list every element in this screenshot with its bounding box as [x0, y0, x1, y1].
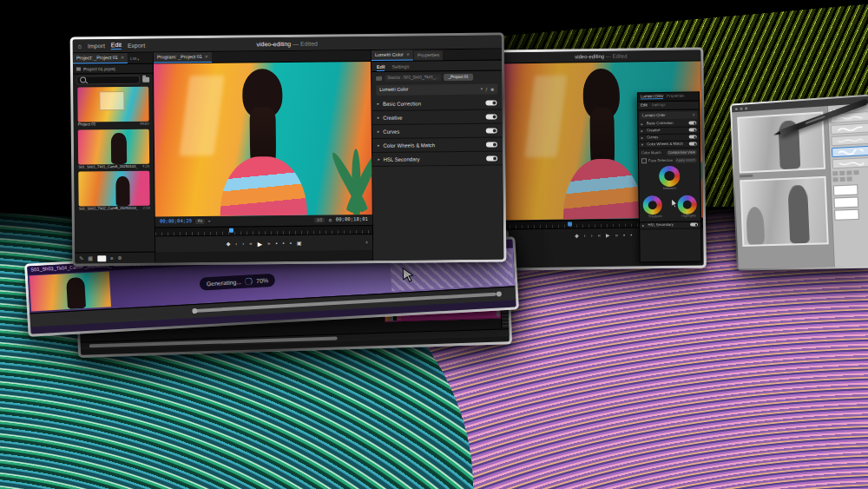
- scrollbar-handle[interactable]: [496, 291, 501, 296]
- subtab-edit[interactable]: Edit: [377, 64, 385, 71]
- extract-button[interactable]: ▪: [290, 241, 292, 246]
- close-icon[interactable]: ✕: [121, 56, 124, 60]
- new-item-icon[interactable]: [97, 255, 106, 261]
- edit-tool-icon[interactable]: ✎: [79, 255, 83, 261]
- tab-properties[interactable]: Properties: [667, 95, 684, 100]
- highlights-wheel[interactable]: [678, 195, 697, 214]
- brush-preset[interactable]: [831, 122, 868, 135]
- tool-dot-icon[interactable]: [740, 107, 742, 109]
- playback-resolution-dropdown[interactable]: 1/2: [314, 217, 325, 223]
- close-icon[interactable]: ✕: [205, 55, 208, 59]
- tool-icon[interactable]: [839, 177, 845, 182]
- tool-dot-icon[interactable]: [745, 107, 747, 109]
- project-item[interactable]: S01_Sh01_Tk01_CamA_20250103_ 4;29: [78, 129, 149, 169]
- tab-properties[interactable]: Properties: [414, 50, 443, 60]
- toggle-on[interactable]: [688, 122, 696, 125]
- face-detection-checkbox[interactable]: [641, 158, 647, 163]
- toggle-on[interactable]: [689, 142, 697, 146]
- export-frame-button[interactable]: ▣: [297, 241, 302, 246]
- section-curves[interactable]: ▸ Curves: [372, 123, 503, 139]
- menu-import[interactable]: Import: [88, 43, 105, 49]
- add-marker-button[interactable]: ◆: [575, 233, 579, 238]
- add-button[interactable]: +: [365, 240, 369, 245]
- toggle-on[interactable]: [689, 135, 697, 139]
- preset-dropdown[interactable]: Lumetri Color ▾: [640, 111, 697, 119]
- section-color-wheels-match[interactable]: ▸ Color Wheels & Match: [372, 137, 503, 153]
- project-item[interactable]: S01_Sh02_Tk02_CamB_20250103_ 2;18: [78, 170, 149, 210]
- tool-dot-icon[interactable]: [735, 108, 738, 110]
- tool-icon[interactable]: [853, 170, 858, 175]
- subtab-settings[interactable]: Settings: [652, 103, 666, 108]
- tool-icon[interactable]: [847, 176, 852, 181]
- step-back-button[interactable]: «: [249, 241, 252, 246]
- new-bin-button-icon[interactable]: ⊕: [117, 255, 122, 261]
- mark-out-button[interactable]: ›: [242, 241, 244, 247]
- project-tab[interactable]: Project: _Project 01✕: [73, 53, 128, 64]
- toggle-on[interactable]: [485, 100, 496, 105]
- settings-wrench-icon[interactable]: ⚙: [328, 218, 332, 222]
- step-forward-button[interactable]: »: [267, 241, 270, 246]
- step-forward-button[interactable]: »: [615, 233, 618, 238]
- project-panel-toolbar: ✎ ▦ ≡ ⊕: [75, 252, 155, 264]
- playhead[interactable]: [568, 222, 572, 227]
- toggle-on[interactable]: [486, 155, 497, 161]
- loop-button[interactable]: ▪: [275, 241, 277, 246]
- home-icon[interactable]: ⌂: [78, 43, 82, 49]
- play-button[interactable]: ▶: [606, 233, 610, 238]
- layer-swatch[interactable]: [834, 209, 859, 221]
- subtab-settings[interactable]: Settings: [391, 64, 409, 71]
- tab-lumetri-color[interactable]: Lumetri Color✕: [372, 50, 413, 61]
- fit-dropdown[interactable]: Fit: [195, 219, 205, 225]
- mark-in-button[interactable]: ‹: [584, 233, 586, 238]
- extract-button[interactable]: ▪: [630, 233, 632, 238]
- automate-icon[interactable]: ≡: [110, 255, 114, 261]
- menu-edit[interactable]: Edit: [111, 42, 122, 50]
- toggle-on[interactable]: [486, 128, 497, 133]
- storyboard-frame-2[interactable]: [740, 176, 829, 247]
- program-tab[interactable]: Program: _Project 01✕: [154, 52, 212, 63]
- tool-icon[interactable]: [832, 177, 838, 182]
- toggle-on[interactable]: [486, 114, 497, 119]
- search-input[interactable]: [76, 75, 140, 84]
- mark-in-button[interactable]: ‹: [235, 241, 237, 247]
- midtones-wheel[interactable]: [659, 166, 680, 187]
- comparison-view-button[interactable]: Comparison View: [667, 149, 697, 155]
- brush-preset[interactable]: [831, 135, 868, 147]
- play-button[interactable]: ▶: [258, 241, 262, 247]
- project-item[interactable]: Project 01 4K60: [77, 87, 148, 127]
- view-mode-dropdown[interactable]: List: [130, 57, 136, 63]
- toggle-on[interactable]: [690, 223, 698, 227]
- target-sequence-chip[interactable]: _Project 01: [444, 73, 472, 81]
- scrollbar-handle[interactable]: [193, 308, 198, 314]
- view-grid-icon[interactable]: ▦: [88, 255, 93, 261]
- apply-match-button[interactable]: Apply Match: [674, 157, 697, 162]
- new-bin-icon[interactable]: [142, 76, 149, 82]
- step-back-button[interactable]: «: [598, 233, 601, 238]
- section-hsl-secondary[interactable]: ▸ HSL Secondary: [640, 221, 700, 229]
- lift-button[interactable]: ▪: [623, 233, 625, 238]
- preset-dropdown[interactable]: Lumetri Color ▾ ƒ ◉: [376, 83, 497, 95]
- eye-icon[interactable]: ◉: [490, 87, 494, 91]
- layer-swatch[interactable]: [833, 196, 858, 208]
- lift-button[interactable]: ▪: [283, 241, 285, 246]
- tool-icon[interactable]: [832, 171, 838, 175]
- toggle-on[interactable]: [689, 129, 697, 132]
- brush-preset-selected[interactable]: [832, 146, 868, 157]
- brush-preset[interactable]: [832, 157, 868, 169]
- close-icon[interactable]: ✕: [406, 53, 410, 57]
- section-hsl-secondary[interactable]: ▸ HSL Secondary: [372, 151, 503, 167]
- mark-out-button[interactable]: ›: [591, 233, 593, 238]
- section-creative[interactable]: ▸ Creative: [372, 109, 503, 125]
- playhead[interactable]: [229, 228, 233, 233]
- add-marker-button[interactable]: ◆: [227, 241, 231, 247]
- tool-icon[interactable]: [839, 171, 845, 175]
- menu-export[interactable]: Export: [128, 43, 145, 49]
- source-clip-chip[interactable]: Source · S01_Sh01_Tk01_...: [385, 74, 441, 82]
- section-basic-correction[interactable]: ▸ Basic Correction: [372, 96, 502, 111]
- tab-lumetri-color[interactable]: Lumetri Color: [641, 95, 663, 100]
- tool-icon[interactable]: [846, 170, 852, 175]
- shadows-wheel[interactable]: [643, 195, 662, 215]
- toggle-on[interactable]: [486, 142, 497, 147]
- layer-swatch[interactable]: [833, 184, 858, 195]
- subtab-edit[interactable]: Edit: [641, 104, 648, 109]
